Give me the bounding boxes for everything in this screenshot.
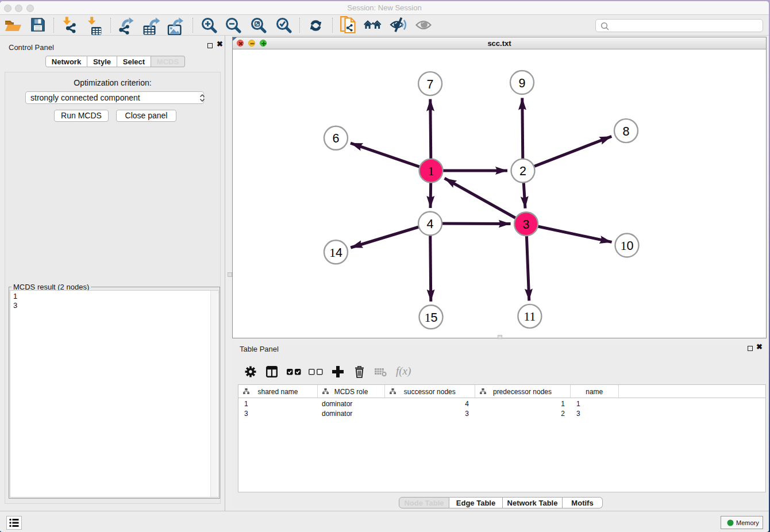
svg-text:15: 15: [425, 311, 438, 325]
svg-text:6: 6: [333, 132, 340, 145]
svg-text:7: 7: [427, 78, 434, 91]
svg-text:3: 3: [523, 218, 530, 232]
svg-text:2: 2: [519, 164, 526, 178]
svg-text:8: 8: [623, 125, 630, 138]
svg-text:1: 1: [428, 164, 434, 178]
svg-text:10: 10: [621, 239, 634, 253]
svg-text:11: 11: [524, 310, 536, 323]
svg-text:9: 9: [519, 76, 526, 90]
svg-text:14: 14: [329, 246, 342, 260]
svg-text:4: 4: [427, 217, 434, 231]
